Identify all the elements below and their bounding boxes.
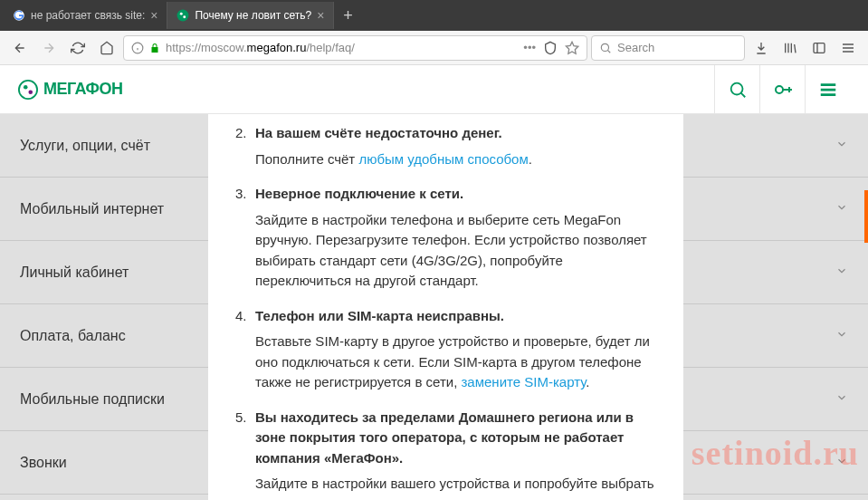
lock-icon xyxy=(149,43,160,53)
tab-title-0: не работает связь site: xyxy=(31,9,145,22)
scrollbar-thumb[interactable] xyxy=(864,190,868,243)
faq-heading: Неверное подключение к сети. xyxy=(255,184,656,205)
svg-point-1 xyxy=(177,10,189,22)
hamburger-menu-button[interactable] xyxy=(805,65,850,114)
svg-point-5 xyxy=(601,43,608,51)
faq-link-topup[interactable]: любым удобным способом xyxy=(358,151,528,167)
library-button[interactable] xyxy=(777,35,803,61)
svg-rect-6 xyxy=(814,43,825,53)
chevron-down-icon xyxy=(835,455,848,471)
logo[interactable]: МегаФон xyxy=(18,80,122,100)
faq-link-replace-sim[interactable]: замените SIM-карту xyxy=(461,374,586,389)
chevron-down-icon xyxy=(835,138,848,154)
login-button[interactable] xyxy=(759,65,805,114)
info-icon xyxy=(131,42,144,54)
forward-button[interactable] xyxy=(36,35,62,61)
back-button[interactable] xyxy=(7,35,33,61)
tab-close-1[interactable]: × xyxy=(317,8,324,23)
chevron-down-icon xyxy=(835,391,848,408)
megafon-favicon xyxy=(176,9,189,22)
new-tab-button[interactable]: + xyxy=(334,6,362,25)
faq-heading: Телефон или SIM-карта неисправны. xyxy=(255,306,656,327)
chevron-down-icon xyxy=(835,328,848,344)
star-icon[interactable] xyxy=(565,41,579,55)
svg-point-10 xyxy=(730,82,742,94)
header-actions xyxy=(714,65,850,114)
svg-point-9 xyxy=(28,90,33,94)
browser-chrome: не работает связь site: × Почему не лови… xyxy=(0,0,868,31)
faq-item-2: 2. На вашем счёте недостаточно денег. По… xyxy=(235,123,656,169)
menu-button[interactable] xyxy=(835,35,861,61)
svg-point-8 xyxy=(24,84,28,89)
svg-point-3 xyxy=(184,15,186,18)
chevron-down-icon xyxy=(835,201,848,217)
faq-item-3: 3. Неверное подключение к сети. Зайдите … xyxy=(235,184,656,292)
logo-icon xyxy=(18,80,38,100)
svg-point-7 xyxy=(19,80,37,98)
tab-bar: не работает связь site: × Почему не лови… xyxy=(0,0,868,31)
tab-title-1: Почему не ловит сеть? xyxy=(195,9,311,22)
faq-heading: На вашем счёте недостаточно денег. xyxy=(255,123,656,144)
tab-close-0[interactable]: × xyxy=(150,8,157,23)
logo-text: МегаФон xyxy=(43,80,122,99)
faq-item-4: 4. Телефон или SIM-карта неисправны. Вст… xyxy=(235,306,656,393)
search-placeholder: Search xyxy=(617,41,654,54)
shield-icon[interactable] xyxy=(543,41,558,55)
tab-1[interactable]: Почему не ловит сеть? × xyxy=(167,2,334,29)
downloads-button[interactable] xyxy=(749,35,774,61)
page-body: Услуги, опции, счёт Мобильный интернет Л… xyxy=(0,114,868,500)
reload-button[interactable] xyxy=(65,35,91,61)
url-bar[interactable]: https://moscow.megafon.ru/help/faq/ ••• xyxy=(123,35,587,61)
svg-point-2 xyxy=(180,13,183,15)
url-text: https://moscow.megafon.ru/help/faq/ xyxy=(166,41,355,54)
faq-item-5: 5. Вы находитесь за пределами Домашнего … xyxy=(235,408,656,501)
search-bar[interactable]: Search xyxy=(591,35,745,61)
url-dots[interactable]: ••• xyxy=(523,41,536,54)
svg-point-11 xyxy=(776,86,783,93)
faq-heading: Вы находитесь за пределами Домашнего рег… xyxy=(255,408,656,469)
site-search-button[interactable] xyxy=(714,65,759,114)
nav-bar: https://moscow.megafon.ru/help/faq/ ••• … xyxy=(0,31,868,65)
tab-0[interactable]: не работает связь site: × xyxy=(4,2,167,29)
sidebar-button[interactable] xyxy=(806,35,832,61)
chevron-down-icon xyxy=(835,264,848,281)
search-icon xyxy=(599,42,612,54)
site-header: МегаФон xyxy=(0,65,868,114)
google-favicon xyxy=(13,9,25,22)
home-button[interactable] xyxy=(94,35,119,61)
faq-content: 2. На вашем счёте недостаточно денег. По… xyxy=(208,114,683,500)
